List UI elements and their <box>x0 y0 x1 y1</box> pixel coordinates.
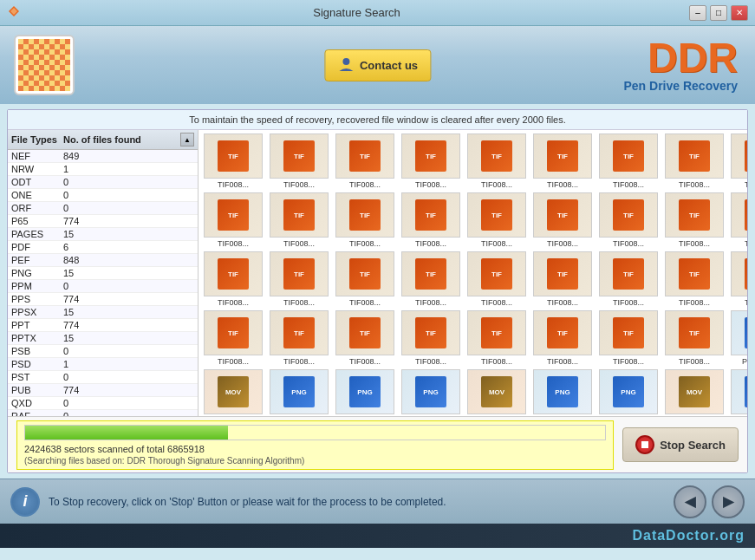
list-item[interactable]: P65774 <box>8 215 198 228</box>
back-button[interactable]: ◀ <box>674 485 706 518</box>
thumbnail-item[interactable]: TIF TIF008... <box>268 192 330 248</box>
maximize-button[interactable]: □ <box>710 5 727 21</box>
thumb-image: PNG <box>731 310 747 355</box>
file-type-icon: TIF <box>349 199 381 231</box>
thumbnail-item[interactable]: TIF TIF008... <box>729 133 747 189</box>
scroll-up-arrow[interactable]: ▲ <box>180 133 194 147</box>
thumb-image: TIF <box>665 310 724 355</box>
thumbnail-item[interactable]: TIF TIF008... <box>465 310 528 366</box>
thumbnail-item[interactable]: TIF TIF008... <box>531 192 594 248</box>
thumbnail-item[interactable]: TIF TIF008... <box>400 192 462 248</box>
thumbnail-item[interactable]: TIF TIF008... <box>597 310 660 366</box>
thumbnail-row: MOV MOV000... PNG PNG000... PNG PNG000..… <box>202 369 744 416</box>
thumbnail-item[interactable]: PNG PNG000... <box>268 369 330 416</box>
thumb-image: TIF <box>533 310 592 355</box>
list-item[interactable]: RAF0 <box>8 410 198 416</box>
thumbnail-item[interactable]: TIF TIF008... <box>663 133 726 189</box>
forward-button[interactable]: ▶ <box>712 485 745 518</box>
list-item[interactable]: PSB0 <box>8 345 198 358</box>
main-content: To maintain the speed of recovery, recov… <box>7 109 748 473</box>
file-type-icon: TIF <box>218 140 249 172</box>
stop-search-button[interactable]: Stop Search <box>622 427 739 462</box>
list-item[interactable]: NEF849 <box>8 150 198 163</box>
minimize-button[interactable]: – <box>689 5 706 21</box>
list-item[interactable]: PPS774 <box>8 293 198 306</box>
thumbnail-item[interactable]: MOV MOV000... <box>465 369 528 416</box>
list-item[interactable]: PPM0 <box>8 280 198 293</box>
list-item[interactable]: PNG15 <box>8 267 198 280</box>
contact-button[interactable]: Contact us <box>324 49 431 81</box>
header: Contact us DDR Pen Drive Recovery <box>0 26 755 104</box>
close-button[interactable]: ✕ <box>731 5 748 21</box>
list-item[interactable]: ONE0 <box>8 189 198 202</box>
list-item[interactable]: PUB774 <box>8 384 198 397</box>
thumbnail-item[interactable]: TIF TIF008... <box>334 192 396 248</box>
thumbnail-item[interactable]: TIF TIF008... <box>334 133 396 189</box>
thumbnail-item[interactable]: PNG PNG000... <box>334 369 396 416</box>
file-type-icon: TIF <box>679 199 710 231</box>
thumb-image: TIF <box>533 133 592 179</box>
file-type-icon: PNG <box>283 376 315 407</box>
thumb-image: TIF <box>270 192 329 238</box>
thumbnail-item[interactable]: TIF TIF008... <box>334 310 396 366</box>
thumbnail-item[interactable]: TIF TIF008... <box>202 251 264 307</box>
thumbnail-item[interactable]: TIF TIF008... <box>531 310 594 366</box>
thumb-image: TIF <box>467 310 526 355</box>
list-item[interactable]: PDF6 <box>8 241 198 254</box>
brand-sub: Pen Drive Recovery <box>623 79 738 93</box>
list-item[interactable]: PPTX15 <box>8 332 198 345</box>
file-type-icon: TIF <box>415 258 446 290</box>
thumbnail-item[interactable]: TIF TIF008... <box>400 251 462 307</box>
thumb-label: TIF008... <box>465 357 528 366</box>
list-item[interactable]: PPSX15 <box>8 306 198 319</box>
thumbnail-item[interactable]: MOV MOV000... <box>202 369 264 416</box>
thumbnail-item[interactable]: TIF TIF008... <box>663 251 726 307</box>
thumbnail-item[interactable]: TIF TIF008... <box>597 133 660 189</box>
thumb-label: TIF008... <box>729 298 747 307</box>
thumbnail-item[interactable]: TIF TIF008... <box>465 133 528 189</box>
thumb-label: TIF008... <box>268 180 330 189</box>
thumbnail-item[interactable]: TIF TIF008... <box>663 310 726 366</box>
list-item[interactable]: PEF848 <box>8 254 198 267</box>
list-item[interactable]: QXD0 <box>8 397 198 410</box>
thumbnail-item[interactable]: TIF TIF008... <box>465 192 528 248</box>
thumb-image: TIF <box>467 251 526 296</box>
thumbnail-item[interactable]: TIF TIF008... <box>597 192 660 248</box>
thumbnail-item[interactable]: TIF TIF008... <box>202 192 264 248</box>
file-list-body[interactable]: NEF849NRW1ODT0ONE0ORF0P65774PAGES15PDF6P… <box>8 150 198 416</box>
thumbnail-item[interactable]: PNG PNG000... <box>531 369 594 416</box>
thumbnail-item[interactable]: TIF TIF008... <box>268 251 330 307</box>
thumbnail-item[interactable]: TIF TIF008... <box>400 310 462 366</box>
thumbnail-item[interactable]: TIF TIF008... <box>597 251 660 307</box>
thumbnail-item[interactable]: TIF TIF008... <box>531 251 594 307</box>
thumbnail-item[interactable]: PNG PNG000... <box>729 369 747 416</box>
thumbnail-item[interactable]: TIF TIF008... <box>202 310 264 366</box>
list-item[interactable]: PSD1 <box>8 358 198 371</box>
thumb-image: TIF <box>599 133 658 179</box>
thumbnail-item[interactable]: TIF TIF008... <box>531 133 594 189</box>
file-list-header: File Types No. of files found ▲ <box>8 130 198 150</box>
thumbnail-item[interactable]: TIF TIF008... <box>729 251 747 307</box>
thumbnail-item[interactable]: PNG PNG000... <box>400 369 462 416</box>
thumbnails-panel[interactable]: TIF TIF008... TIF TIF008... TIF TIF008..… <box>199 130 747 416</box>
list-item[interactable]: NRW1 <box>8 163 198 176</box>
thumbnail-item[interactable]: TIF TIF008... <box>268 133 330 189</box>
thumbnail-item[interactable]: PNG PNG000... <box>729 310 747 366</box>
thumbnail-item[interactable]: TIF TIF008... <box>400 133 462 189</box>
thumbnail-item[interactable]: TIF TIF008... <box>268 310 330 366</box>
list-item[interactable]: ORF0 <box>8 202 198 215</box>
list-item[interactable]: PST0 <box>8 371 198 384</box>
thumbnail-item[interactable]: MOV MOV000... <box>663 369 726 416</box>
thumbnail-item[interactable]: TIF TIF008... <box>729 192 747 248</box>
list-item[interactable]: ODT0 <box>8 176 198 189</box>
file-type-icon: TIF <box>679 258 710 290</box>
thumbnail-item[interactable]: TIF TIF008... <box>334 251 396 307</box>
thumbnail-item[interactable]: TIF TIF008... <box>465 251 528 307</box>
info-icon: i <box>10 487 40 517</box>
thumbnail-item[interactable]: TIF TIF008... <box>202 133 264 189</box>
list-item[interactable]: PPT774 <box>8 319 198 332</box>
thumbnail-item[interactable]: PNG PNG000... <box>597 369 660 416</box>
file-type-icon: TIF <box>481 258 512 290</box>
list-item[interactable]: PAGES15 <box>8 228 198 241</box>
thumbnail-item[interactable]: TIF TIF008... <box>663 192 726 248</box>
